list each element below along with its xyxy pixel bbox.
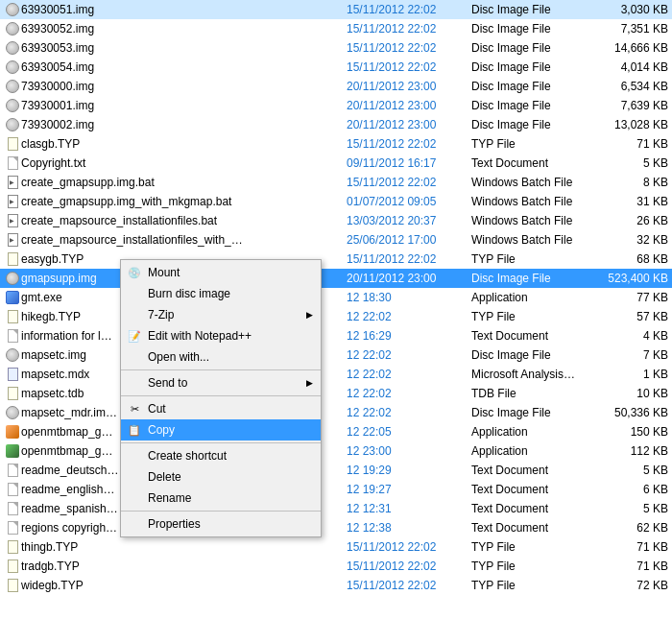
table-row[interactable]: 63930054.img15/11/2012 22:02Disc Image F… xyxy=(0,58,672,77)
file-type: Disc Image File xyxy=(471,272,596,285)
file-type: Windows Batch File xyxy=(471,214,596,227)
file-size: 523,400 KB xyxy=(596,272,668,285)
table-row[interactable]: create_gmapsupp.img.bat15/11/2012 22:02W… xyxy=(0,173,672,192)
menu-item-label: Properties xyxy=(148,517,201,531)
disc-image-icon xyxy=(6,60,19,74)
table-row[interactable]: 73930002.img20/11/2012 23:00Disc Image F… xyxy=(0,115,672,134)
table-row[interactable]: 73930000.img20/11/2012 23:00Disc Image F… xyxy=(0,77,672,96)
menu-item-7zip[interactable]: 7-Zip xyxy=(121,304,321,325)
menu-item-copy[interactable]: 📋Copy xyxy=(121,419,321,440)
table-row[interactable]: mapsetc.tdb12 22:02TDB File10 KB xyxy=(0,384,672,403)
file-size: 10 KB xyxy=(596,387,668,400)
menu-item-properties[interactable]: Properties xyxy=(121,513,321,535)
file-type: TYP File xyxy=(471,252,596,266)
file-date: 15/11/2012 22:02 xyxy=(347,137,471,151)
file-date: 12 19:29 xyxy=(347,464,471,477)
typ-file-icon xyxy=(8,137,18,151)
table-row[interactable]: readme_english…12 19:27Text Document6 KB xyxy=(0,480,672,499)
document-icon xyxy=(8,521,18,535)
table-row[interactable]: openmtbmap_g…12 22:05Application150 KB xyxy=(0,422,672,441)
table-row[interactable]: gmapsupp.img20/11/2012 23:00Disc Image F… xyxy=(0,269,672,288)
file-date: 25/06/2012 17:00 xyxy=(347,233,471,247)
file-date: 12 22:02 xyxy=(347,387,471,400)
menu-item-label: Burn disc image xyxy=(148,287,230,300)
typ-file-icon xyxy=(8,540,18,554)
menu-item-delete[interactable]: Delete xyxy=(121,466,321,488)
menu-item-rename[interactable]: Rename xyxy=(121,488,321,509)
table-row[interactable]: 63930053.img15/11/2012 22:02Disc Image F… xyxy=(0,38,672,58)
file-size: 50,336 KB xyxy=(596,406,668,419)
table-row[interactable]: mapsetc.img12 22:02Disc Image File7 KB xyxy=(0,345,672,365)
table-row[interactable]: create_gmapsupp.img_with_mkgmap.bat01/07… xyxy=(0,192,672,211)
table-row[interactable]: 63930052.img15/11/2012 22:02Disc Image F… xyxy=(0,19,672,38)
table-row[interactable]: gmt.exe12 18:30Application77 KB xyxy=(0,288,672,307)
table-row[interactable]: tradgb.TYP15/11/2012 22:02TYP File71 KB xyxy=(0,557,672,576)
menu-item-send_to[interactable]: Send to xyxy=(121,372,321,393)
menu-item-cut[interactable]: ✂Cut xyxy=(121,398,321,419)
menu-item-label: Rename xyxy=(148,491,191,505)
table-row[interactable]: mapsetc.mdx12 22:02Microsoft Analysis…1 … xyxy=(0,365,672,384)
menu-item-label: 7-Zip xyxy=(148,308,174,321)
disc-image-icon xyxy=(6,406,19,419)
table-row[interactable]: regions copyrigh…12 12:38Text Document62… xyxy=(0,518,672,537)
menu-item-create_shortcut[interactable]: Create shortcut xyxy=(121,445,321,466)
file-type: Text Document xyxy=(471,483,596,496)
file-type: Text Document xyxy=(471,464,596,477)
table-row[interactable]: easygb.TYP15/11/2012 22:02TYP File68 KB xyxy=(0,250,672,269)
file-date: 15/11/2012 22:02 xyxy=(347,3,471,16)
table-row[interactable]: 73930001.img20/11/2012 23:00Disc Image F… xyxy=(0,96,672,115)
menu-item-notepad[interactable]: 📝Edit with Notepad++ xyxy=(121,325,321,346)
file-type: Disc Image File xyxy=(471,348,596,362)
document-icon xyxy=(8,464,18,477)
file-size: 68 KB xyxy=(596,252,668,266)
file-type: TYP File xyxy=(471,310,596,323)
table-row[interactable]: information for l…12 16:29Text Document4… xyxy=(0,326,672,345)
batch-file-icon xyxy=(8,214,18,227)
menu-item-burn[interactable]: Burn disc image xyxy=(121,283,321,304)
file-list: 63930051.img15/11/2012 22:02Disc Image F… xyxy=(0,0,672,595)
table-row[interactable]: readme_deutsch…12 19:29Text Document5 KB xyxy=(0,461,672,480)
menu-separator xyxy=(121,511,321,512)
file-size: 31 KB xyxy=(596,195,668,208)
file-size: 71 KB xyxy=(596,540,668,554)
table-row[interactable]: create_mapsource_installationfiles_with_… xyxy=(0,230,672,250)
file-type: Windows Batch File xyxy=(471,176,596,189)
table-row[interactable]: widegb.TYP15/11/2012 22:02TYP File72 KB xyxy=(0,576,672,595)
file-type: Application xyxy=(471,291,596,304)
disc-image-icon xyxy=(6,3,19,16)
table-row[interactable]: openmtbmap_g…12 23:00Application112 KB xyxy=(0,441,672,461)
file-name: create_gmapsupp.img.bat xyxy=(21,176,347,189)
table-row[interactable]: Copyright.txt09/11/2012 16:17Text Docume… xyxy=(0,154,672,173)
file-type: TYP File xyxy=(471,579,596,592)
file-date: 12 22:02 xyxy=(347,368,471,381)
file-date: 20/11/2012 23:00 xyxy=(347,118,471,131)
file-size: 7 KB xyxy=(596,348,668,362)
menu-item-label: Cut xyxy=(148,402,166,416)
table-row[interactable]: create_mapsource_installationfiles.bat13… xyxy=(0,211,672,230)
file-type: Disc Image File xyxy=(471,406,596,419)
file-type: Application xyxy=(471,444,596,458)
file-type: Text Document xyxy=(471,502,596,515)
disc-image-icon xyxy=(6,118,19,131)
file-size: 5 KB xyxy=(596,502,668,515)
table-row[interactable]: clasgb.TYP15/11/2012 22:02TYP File71 KB xyxy=(0,134,672,154)
application-icon xyxy=(6,444,19,458)
menu-item-open_with[interactable]: Open with... xyxy=(121,346,321,368)
table-row[interactable]: 63930051.img15/11/2012 22:02Disc Image F… xyxy=(0,0,672,19)
menu-item-label: Open with... xyxy=(148,350,209,364)
document-icon xyxy=(8,502,18,515)
menu-item-label: Delete xyxy=(148,470,181,484)
table-row[interactable]: hikegb.TYP12 22:02TYP File57 KB xyxy=(0,307,672,326)
application-icon xyxy=(6,425,19,439)
file-date: 15/11/2012 22:02 xyxy=(347,559,471,573)
table-row[interactable]: thingb.TYP15/11/2012 22:02TYP File71 KB xyxy=(0,537,672,557)
file-size: 1 KB xyxy=(596,368,668,381)
menu-item-mount[interactable]: 💿Mount xyxy=(121,262,321,283)
file-size: 4,014 KB xyxy=(596,60,668,74)
table-row[interactable]: mapsetc_mdr.im…12 22:02Disc Image File50… xyxy=(0,403,672,422)
file-date: 15/11/2012 22:02 xyxy=(347,176,471,189)
table-row[interactable]: readme_spanish…12 12:31Text Document5 KB xyxy=(0,499,672,518)
typ-file-icon xyxy=(8,387,18,400)
batch-file-icon xyxy=(8,176,18,189)
file-size: 26 KB xyxy=(596,214,668,227)
